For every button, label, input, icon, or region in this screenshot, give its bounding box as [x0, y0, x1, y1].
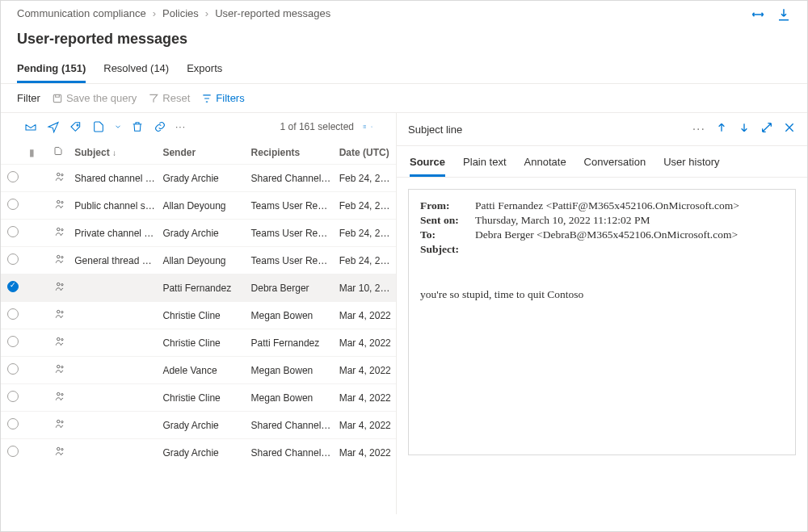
tab-resolved[interactable]: Resolved (14)	[103, 57, 169, 83]
cell-sender: Christie Cline	[159, 302, 247, 329]
row-select[interactable]	[7, 363, 19, 375]
cell-date: Mar 4, 2022	[336, 329, 396, 357]
filters-button[interactable]: Filters	[201, 92, 244, 104]
cell-subject	[71, 412, 159, 439]
details-tab-conversation[interactable]: Conversation	[584, 151, 646, 177]
col-subject[interactable]: Subject ↓	[71, 140, 159, 165]
row-select[interactable]	[7, 253, 19, 265]
expand-icon[interactable]	[751, 7, 765, 22]
table-row[interactable]: Private channel sub…Grady Archie Teams U…	[1, 220, 396, 247]
send-icon[interactable]	[46, 119, 61, 134]
details-tab-plaintext[interactable]: Plain text	[463, 151, 506, 177]
chevron-right-icon: ›	[205, 7, 208, 19]
filter-bar: Filter Save the query Reset Filters	[1, 84, 807, 113]
message-list-pane: ··· 1 of 161 selected ▮ Subject ↓ Sender…	[1, 113, 397, 514]
download-icon[interactable]	[776, 7, 791, 22]
breadcrumb-item[interactable]: Communication compliance	[17, 7, 146, 19]
filter-label: Filter	[17, 92, 40, 104]
cell-subject: General thread sub…	[71, 247, 159, 274]
breadcrumb-item[interactable]: User-reported messages	[215, 7, 330, 19]
table-row[interactable]: Shared channel su…Grady Archie Shared Ch…	[1, 165, 396, 192]
teams-icon	[50, 192, 71, 220]
reset-button[interactable]: Reset	[148, 92, 190, 104]
more-actions[interactable]: ···	[175, 121, 186, 132]
teams-icon	[50, 412, 71, 439]
cell-sender: Grady Archie	[159, 439, 247, 467]
cell-date: Mar 4, 2022	[336, 357, 396, 384]
tab-exports[interactable]: Exports	[187, 57, 222, 83]
cell-date: Feb 24, 2022	[336, 165, 396, 192]
cell-subject	[71, 274, 159, 302]
svg-point-5	[57, 200, 61, 203]
details-tab-userhistory[interactable]: User history	[663, 151, 719, 177]
table-row[interactable]: Christie Cline Megan Bowen Mar 4, 2022	[1, 302, 396, 329]
col-date[interactable]: Date (UTC)	[336, 140, 396, 165]
page-title: User-reported messages	[17, 31, 807, 48]
breadcrumb-item[interactable]: Policies	[162, 7, 199, 19]
row-select[interactable]	[7, 171, 19, 182]
link-icon[interactable]	[153, 119, 167, 134]
svg-point-13	[57, 310, 61, 313]
cell-date: Feb 24, 2022	[336, 220, 396, 247]
col-sender[interactable]: Sender	[159, 140, 247, 165]
svg-point-22	[61, 421, 63, 423]
table-row[interactable]: Adele Vance Megan Bowen Mar 4, 2022	[1, 357, 396, 384]
delete-icon[interactable]	[130, 119, 145, 134]
svg-point-16	[61, 339, 63, 341]
table-row[interactable]: Public channel subj…Allan Deyoung Teams …	[1, 192, 396, 220]
cell-recipients: Shared Channel Tes…	[248, 412, 336, 439]
close-icon[interactable]	[783, 121, 796, 137]
main-tabs: Pending (151) Resolved (14) Exports	[1, 57, 807, 84]
cell-sender: Allan Deyoung	[159, 247, 247, 274]
cell-sender: Adele Vance	[159, 357, 247, 384]
save-query-button[interactable]: Save the query	[52, 92, 137, 104]
sent-label: Sent on:	[420, 214, 469, 227]
item-toolbar: ··· 1 of 161 selected	[1, 113, 396, 140]
row-select[interactable]	[7, 446, 19, 457]
chevron-down-icon[interactable]	[114, 119, 122, 134]
cell-sender: Christie Cline	[159, 329, 247, 357]
details-tab-annotate[interactable]: Annotate	[524, 151, 566, 177]
cell-recipients: Megan Bowen	[248, 357, 336, 384]
teams-icon	[50, 302, 71, 329]
details-tab-source[interactable]: Source	[410, 151, 445, 177]
arrow-down-icon[interactable]	[738, 121, 751, 137]
save-query-label: Save the query	[66, 92, 137, 104]
to-value: Debra Berger <DebraB@M365x452106.OnMicro…	[475, 228, 738, 241]
new-item-icon[interactable]	[91, 119, 106, 134]
row-select[interactable]	[7, 308, 19, 320]
row-select[interactable]	[7, 199, 19, 210]
mark-read-icon[interactable]	[23, 119, 38, 134]
cell-date: Mar 4, 2022	[336, 439, 396, 467]
svg-point-17	[57, 365, 61, 368]
details-more-icon[interactable]: ···	[692, 122, 705, 136]
svg-point-4	[61, 174, 63, 176]
row-select[interactable]	[7, 281, 19, 292]
svg-point-10	[61, 257, 63, 258]
table-row[interactable]: Christie Cline Megan Bowen Mar 4, 2022	[1, 384, 396, 412]
cell-recipients: Patti Fernandez	[248, 329, 336, 357]
row-select[interactable]	[7, 418, 19, 429]
table-row[interactable]: General thread sub…Allan Deyoung Teams U…	[1, 247, 396, 274]
cell-recipients: Teams User Reporti…	[248, 192, 336, 220]
row-select[interactable]	[7, 336, 19, 347]
cell-sender: Grady Archie	[159, 165, 247, 192]
row-select[interactable]	[7, 391, 19, 402]
tab-pending[interactable]: Pending (151)	[17, 57, 86, 83]
table-row[interactable]: Grady Archie Shared Channel Tes…Mar 4, 2…	[1, 412, 396, 439]
table-row[interactable]: Christie Cline Patti Fernandez Mar 4, 20…	[1, 329, 396, 357]
tag-icon[interactable]	[69, 119, 83, 134]
arrow-up-icon[interactable]	[715, 121, 728, 137]
svg-point-23	[57, 447, 61, 450]
view-list-icon[interactable]	[362, 124, 373, 129]
row-select[interactable]	[7, 226, 19, 237]
details-pane: Subject line ··· Source Plain text Annot…	[397, 113, 807, 514]
table-row[interactable]: Grady Archie Shared Channel Tes…Mar 4, 2…	[1, 439, 396, 467]
svg-point-24	[61, 449, 63, 450]
svg-point-7	[57, 228, 61, 231]
expand-pane-icon[interactable]	[760, 121, 773, 137]
table-row[interactable]: Patti Fernandez Debra Berger Mar 10, 202…	[1, 274, 396, 302]
col-recipients[interactable]: Recipients	[248, 140, 336, 165]
cell-recipients: Teams User Reporti…	[248, 247, 336, 274]
svg-point-11	[57, 283, 61, 286]
